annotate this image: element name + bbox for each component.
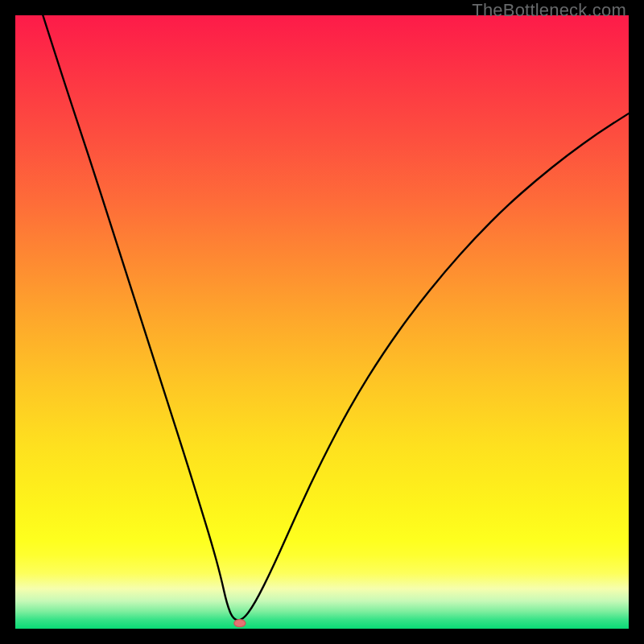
watermark-text: TheBottleneck.com (472, 0, 626, 21)
marker-dot (234, 620, 246, 627)
bottleneck-chart (15, 15, 629, 629)
gradient-background (15, 15, 629, 629)
chart-frame (15, 15, 629, 629)
